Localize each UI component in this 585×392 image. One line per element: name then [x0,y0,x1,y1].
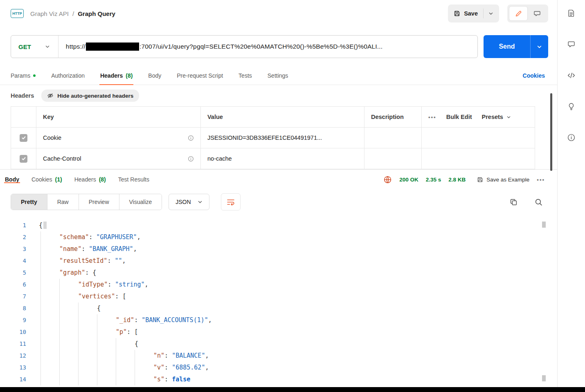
code-token-key: "schema" [59,233,89,241]
header-key[interactable]: Cache-Control [43,155,81,162]
code-snippet-button[interactable] [567,71,576,80]
language-dropdown[interactable]: JSON [169,194,209,210]
code-token-key: "p" [116,328,127,336]
row-checkbox-cell [11,128,36,148]
right-sidebar [557,0,585,387]
code-token-punct: : [ [127,328,138,336]
indent-guide [97,314,116,326]
method-selector[interactable]: GET [11,36,58,58]
info-button[interactable] [567,133,576,142]
row-checkbox-checked[interactable] [20,134,27,142]
send-button[interactable]: Send [484,35,548,58]
info-icon [567,133,576,142]
code-icon [567,71,576,80]
response-scrollbar-thumb[interactable] [542,222,546,228]
response-tab-headers[interactable]: Headers (8) [74,176,106,183]
code-lines: {"schema": "GRAPHUSER","name": "BANK_GRA… [39,220,557,387]
row-checkbox-checked[interactable] [20,155,27,163]
search-button[interactable] [535,198,542,206]
row-value-cell: no-cache [201,148,364,169]
comment-button[interactable] [528,6,547,21]
request-title-bar: HTTP Graph Viz API / Graph Query Save [0,0,557,27]
line-number: 4 [0,255,26,267]
response-more-options-icon[interactable]: ••• [537,177,545,183]
column-header-description: Description [364,107,422,127]
header-value[interactable]: JSESSIONID=3DB336EFE1CE04491971... [207,134,322,141]
code-token-key: "vertices" [78,293,115,300]
line-number: 14 [0,374,26,385]
view-mode-visualize[interactable]: Visualize [119,194,162,210]
response-tab-cookies[interactable]: Cookies (1) [32,176,62,183]
tab-headers[interactable]: Headers (8) [100,66,133,85]
save-as-example-button[interactable]: Save as Example [477,177,529,183]
info-icon[interactable] [188,156,194,162]
tab-tests[interactable]: Tests [239,66,252,85]
save-button[interactable]: Save [454,10,483,17]
code-token-str: "BALANCE" [172,352,205,359]
url-box: GET https:// :7007/ui/v1/query?pgql=SELE… [11,35,478,58]
view-mode-pretty[interactable]: Pretty [11,194,47,210]
documentation-button[interactable] [567,9,576,18]
info-icon[interactable] [188,135,194,141]
comments-button[interactable] [567,40,576,49]
comment-icon [567,40,576,49]
code-token-punct: : [107,257,115,264]
view-mode-preview[interactable]: Preview [79,194,119,210]
tab-label: Tests [239,72,252,79]
breadcrumb-collection[interactable]: Graph Viz API [30,10,69,17]
send-options-button[interactable] [530,35,548,58]
indent-guide [97,374,116,385]
url-input[interactable]: https:// :7007/ui/v1/query?pgql=SELECT%2… [66,43,477,51]
edit-button[interactable] [509,6,528,21]
tab-params[interactable]: Params [11,66,36,85]
row-description-cell[interactable] [364,128,422,148]
tab-body[interactable]: Body [148,66,161,85]
code-token-key: "idType" [78,281,108,288]
lightbulb-button[interactable] [567,102,576,111]
response-tab-body[interactable]: Body [5,176,19,183]
hide-auto-generated-headers-button[interactable]: Hide auto-generated headers [41,90,139,102]
bulk-edit-button[interactable]: Bulk Edit [446,114,472,120]
code-token-punct: , [205,364,209,371]
response-scrollbar-thumb[interactable] [542,375,546,381]
copy-button[interactable] [510,198,518,206]
response-tab-test-results[interactable]: Test Results [118,176,149,183]
line-number: 9 [0,314,26,326]
save-icon [454,10,460,17]
tab-authorization[interactable]: Authorization [51,66,85,85]
cookies-link[interactable]: Cookies [523,72,545,79]
table-row: Cache-Control no-cache [11,148,535,169]
save-label: Save [464,10,478,17]
indent-guide [135,350,153,362]
tab-pre-request-script[interactable]: Pre-request Script [177,66,223,85]
chevron-down-icon [537,44,542,49]
params-active-dot [33,74,36,77]
line-number: 5 [0,267,26,279]
request-pane-scrollbar[interactable] [550,93,552,171]
code-line: "_id": "BANK_ACCOUNTS(1)", [39,314,557,326]
check-icon [21,135,26,140]
table-actions-header: ••• Bulk Edit Presets [422,107,535,127]
line-number: 13 [0,362,26,374]
network-globe-icon[interactable] [383,175,392,184]
code-token-punct: : [108,281,115,288]
indent-guide [40,326,59,338]
header-key[interactable]: Cookie [43,134,61,141]
pencil-icon [515,10,522,17]
row-description-cell[interactable] [364,148,422,169]
view-mode-raw[interactable]: Raw [47,194,79,210]
breadcrumb-request-name[interactable]: Graph Query [78,10,115,17]
more-actions-icon[interactable]: ••• [428,114,436,120]
code-token-punct: { [39,222,43,229]
code-token-key: "v" [153,364,164,371]
tab-settings[interactable]: Settings [268,66,288,85]
code-line: "n": "BALANCE", [39,350,557,362]
save-options-button[interactable] [484,11,498,16]
indent-guide [135,374,153,385]
response-toolbar: Pretty Raw Preview Visualize JSON [0,189,557,215]
url-redaction [86,43,139,51]
wrap-lines-button[interactable] [221,193,241,211]
column-label: Value [207,114,223,120]
header-value[interactable]: no-cache [207,155,232,162]
presets-dropdown[interactable]: Presets [482,114,511,120]
